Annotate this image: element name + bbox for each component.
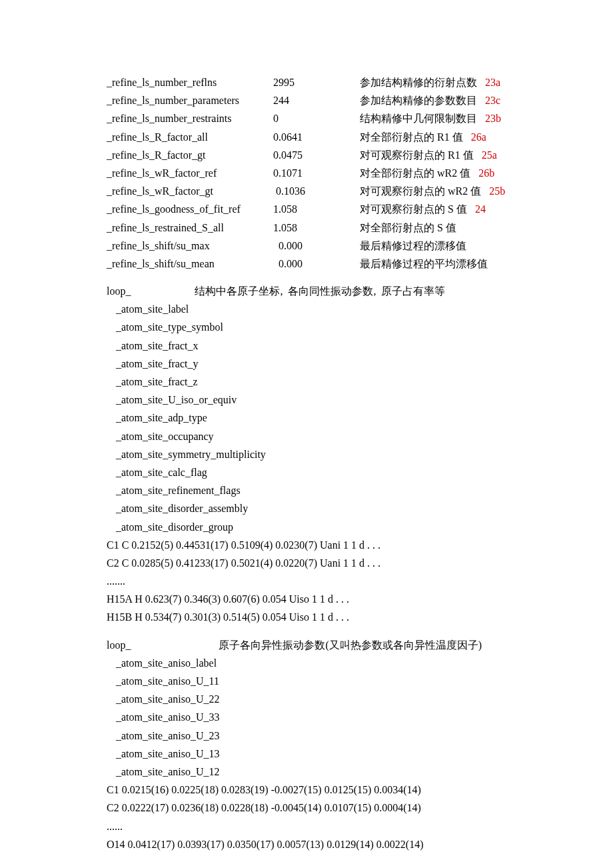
cif-value: 0.0475	[273, 146, 360, 164]
loop-field: _atom_site_type_symbol	[107, 318, 613, 336]
refine-row: _refine_ls_goodness_of_fit_ref1.058对可观察衍…	[107, 200, 613, 218]
loop-head: loop_	[107, 639, 131, 651]
cif-key: _refine_ls_number_restraints	[107, 109, 273, 127]
cif-desc: 对可观察衍射点的 R1 值	[360, 146, 474, 164]
loop-data-row: C2 C 0.0285(5) 0.41233(17) 0.5021(4) 0.0…	[107, 554, 613, 572]
loop-data-row: C2 0.0222(17) 0.0236(18) 0.0228(18) -0.0…	[107, 799, 613, 817]
cif-desc: 对可观察衍射点的 S 值	[360, 200, 467, 218]
cif-desc: 最后精修过程的漂移值	[360, 237, 466, 255]
cif-ref: 25a	[474, 149, 497, 161]
loop-field: _atom_site_U_iso_or_equiv	[107, 391, 613, 409]
loop-field: _atom_site_aniso_label	[107, 654, 613, 672]
cif-desc: 结构精修中几何限制数目	[360, 109, 477, 127]
loop-field: _atom_site_fract_z	[107, 373, 613, 391]
cif-key: _refine_ls_number_reflns	[107, 73, 273, 91]
cif-value: 0.0641	[273, 128, 360, 146]
cif-key: _refine_ls_restrained_S_all	[107, 219, 273, 237]
cif-ref: 26b	[470, 167, 494, 179]
loop-field: _atom_site_aniso_U_22	[107, 690, 613, 708]
loop-field: _atom_site_label	[107, 300, 613, 318]
refine-row: _refine_ls_number_parameters244参加结构精修的参数…	[107, 91, 613, 109]
loop-field: _atom_site_aniso_U_13	[107, 745, 613, 763]
loop-field: _atom_site_symmetry_multiplicity	[107, 445, 613, 463]
loop-data-row: ......	[107, 817, 613, 835]
refine-row: _refine_ls_number_restraints0结构精修中几何限制数目…	[107, 109, 613, 127]
loop-field: _atom_site_refinement_flags	[107, 481, 613, 499]
cif-desc: 对全部衍射点的 R1 值	[360, 128, 463, 146]
loop-field: _atom_site_adp_type	[107, 409, 613, 427]
loop-field: _atom_site_aniso_U_12	[107, 763, 613, 781]
cif-key: _refine_ls_number_parameters	[107, 91, 273, 109]
cif-key: _refine_ls_R_factor_all	[107, 128, 273, 146]
refine-row: _refine_ls_R_factor_gt0.0475对可观察衍射点的 R1 …	[107, 146, 613, 164]
cif-value: 1.058	[273, 219, 360, 237]
loop-head: loop_	[107, 285, 131, 297]
cif-value: 2995	[273, 73, 360, 91]
loop-data-row: O14 0.0412(17) 0.0393(17) 0.0350(17) 0.0…	[107, 835, 613, 853]
cif-ref: 25b	[481, 185, 505, 197]
cif-value: 0.000	[273, 237, 360, 255]
loop-aniso: loop_ 原子各向异性振动参数(又叫热参数或各向异性温度因子) _atom_s…	[107, 636, 613, 853]
loop-field: _atom_site_aniso_U_33	[107, 708, 613, 726]
cif-desc: 对全部衍射点的 S 值	[360, 219, 456, 237]
cif-value: 244	[273, 91, 360, 109]
cif-ref: 23a	[477, 77, 500, 88]
loop-atom-site: loop_ 结构中各原子坐标, 各向同性振动参数, 原子占有率等 _atom_s…	[107, 282, 613, 627]
loop-comment: 原子各向异性振动参数(又叫热参数或各向异性温度因子)	[219, 639, 482, 651]
loop-field: _atom_site_disorder_group	[107, 518, 613, 536]
refine-parameter-table: _refine_ls_number_reflns2995参加结构精修的衍射点数 …	[107, 73, 613, 273]
cif-value: 0.000	[273, 255, 360, 273]
cif-value: 1.058	[273, 200, 360, 218]
cif-ref: 23b	[477, 113, 501, 124]
loop-field: _atom_site_calc_flag	[107, 463, 613, 481]
loop-comment: 结构中各原子坐标, 各向同性振动参数, 原子占有率等	[195, 285, 445, 297]
cif-ref: 26a	[463, 131, 486, 143]
refine-row: _refine_ls_shift/su_mean 0.000最后精修过程的平均漂…	[107, 255, 613, 273]
cif-key: _refine_ls_wR_factor_gt	[107, 182, 273, 200]
loop-data-row: H15B H 0.534(7) 0.301(3) 0.514(5) 0.054 …	[107, 608, 613, 626]
refine-row: _refine_ls_shift/su_max 0.000最后精修过程的漂移值	[107, 237, 613, 255]
cif-key: _refine_ls_goodness_of_fit_ref	[107, 200, 273, 218]
cif-key: _refine_ls_shift/su_mean	[107, 255, 273, 273]
loop-data-row: C1 0.0215(16) 0.0225(18) 0.0283(19) -0.0…	[107, 781, 613, 799]
loop-data-row: .......	[107, 572, 613, 590]
cif-desc: 对可观察衍射点的 wR2 值	[360, 182, 481, 200]
cif-value: 0	[273, 109, 360, 127]
cif-key: _refine_ls_R_factor_gt	[107, 146, 273, 164]
cif-ref: 24	[467, 203, 486, 215]
loop-field: _atom_site_occupancy	[107, 427, 613, 445]
cif-ref: 23c	[477, 95, 500, 106]
cif-desc: 参加结构精修的衍射点数	[360, 73, 477, 91]
loop-data-row: C1 C 0.2152(5) 0.44531(17) 0.5109(4) 0.0…	[107, 536, 613, 554]
loop-field: _atom_site_aniso_U_11	[107, 672, 613, 690]
refine-row: _refine_ls_number_reflns2995参加结构精修的衍射点数 …	[107, 73, 613, 91]
cif-key: _refine_ls_shift/su_max	[107, 237, 273, 255]
refine-row: _refine_ls_wR_factor_ref0.1071对全部衍射点的 wR…	[107, 164, 613, 182]
refine-row: _refine_ls_restrained_S_all1.058对全部衍射点的 …	[107, 219, 613, 237]
loop-field: _atom_site_fract_x	[107, 337, 613, 355]
loop-field: _atom_site_aniso_U_23	[107, 727, 613, 745]
cif-value: 0.1036	[273, 182, 360, 200]
cif-desc: 最后精修过程的平均漂移值	[360, 255, 488, 273]
loop-field: _atom_site_fract_y	[107, 355, 613, 373]
cif-key: _refine_ls_wR_factor_ref	[107, 164, 273, 182]
refine-row: _refine_ls_R_factor_all0.0641对全部衍射点的 R1 …	[107, 128, 613, 146]
loop-data-row: H15A H 0.623(7) 0.346(3) 0.607(6) 0.054 …	[107, 590, 613, 608]
cif-desc: 参加结构精修的参数数目	[360, 91, 477, 109]
refine-row: _refine_ls_wR_factor_gt 0.1036对可观察衍射点的 w…	[107, 182, 613, 200]
cif-desc: 对全部衍射点的 wR2 值	[360, 164, 470, 182]
cif-value: 0.1071	[273, 164, 360, 182]
loop-field: _atom_site_disorder_assembly	[107, 499, 613, 517]
